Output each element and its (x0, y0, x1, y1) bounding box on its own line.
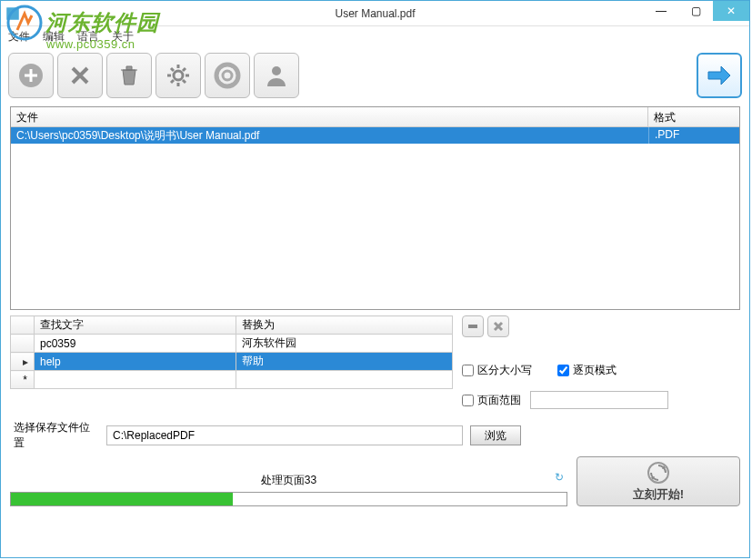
file-list-panel: 文件 格式 C:\Users\pc0359\Desktop\说明书\User M… (10, 106, 740, 310)
row-header-blank (11, 316, 35, 335)
menu-file[interactable]: 文件 (8, 29, 30, 45)
options-panel: 区分大小写 逐页模式 页面范围 (462, 315, 740, 409)
replace-panel: 查找文字 替换为 pc0359 河东软件园 ▸ help 帮助 * (10, 315, 453, 409)
menu-language[interactable]: 语言 (77, 29, 99, 45)
app-window: 河东软件园 www.pc0359.cn User Manual.pdf — ▢ … (0, 0, 750, 558)
user-icon (262, 61, 291, 90)
arrow-right-icon (705, 61, 734, 90)
table-row[interactable]: * (11, 371, 453, 389)
page-range-checkbox[interactable]: 页面范围 (462, 393, 521, 408)
row-marker: * (11, 371, 35, 389)
progress-fill (11, 493, 233, 505)
page-range-input[interactable] (462, 395, 474, 406)
minimize-button[interactable]: — (644, 1, 678, 21)
row-marker (11, 335, 35, 353)
gear-icon (164, 61, 193, 90)
user-button[interactable] (254, 53, 299, 98)
column-format[interactable]: 格式 (648, 107, 739, 126)
progress-bar (10, 492, 567, 506)
remove-row-button[interactable] (462, 315, 484, 337)
column-file[interactable]: 文件 (11, 107, 648, 126)
save-location-row: 选择保存文件位置 浏览 (10, 420, 740, 451)
column-replace[interactable]: 替换为 (236, 316, 453, 335)
replace-cell[interactable]: 帮助 (236, 353, 453, 371)
find-cell[interactable] (35, 371, 236, 389)
refresh-icon (647, 461, 670, 485)
table-row[interactable]: ▸ help 帮助 (11, 353, 453, 371)
clear-rows-button[interactable] (487, 315, 509, 337)
trash-icon (115, 61, 144, 90)
progress-area: 处理页面33 ↻ (10, 456, 567, 506)
page-mode-checkbox[interactable]: 逐页模式 (557, 363, 617, 378)
app-icon (5, 5, 21, 22)
menu-edit[interactable]: 编辑 (43, 29, 65, 45)
svg-point-3 (174, 71, 183, 80)
case-sensitive-label: 区分大小写 (477, 363, 532, 378)
svg-point-6 (272, 66, 281, 75)
replace-cell[interactable] (236, 371, 453, 389)
progress-label: 处理页面33 ↻ (10, 473, 567, 488)
start-arrow-button[interactable] (697, 53, 742, 98)
page-range-label: 页面范围 (477, 393, 521, 408)
column-find[interactable]: 查找文字 (35, 316, 236, 335)
x-small-icon (492, 320, 505, 333)
plus-icon (16, 61, 45, 90)
add-button[interactable] (8, 53, 54, 98)
help-button[interactable] (205, 53, 250, 98)
svg-point-5 (223, 71, 232, 80)
save-path-input[interactable] (106, 425, 463, 445)
window-controls: — ▢ ✕ (644, 1, 749, 21)
find-cell[interactable]: pc0359 (35, 335, 236, 353)
page-range-field[interactable] (530, 391, 668, 409)
toolbar (1, 50, 749, 101)
svg-rect-7 (468, 325, 477, 328)
menubar: 文件 编辑 语言 关于 (1, 26, 749, 46)
file-list-header: 文件 格式 (11, 107, 739, 127)
file-format-cell: .PDF (648, 127, 739, 144)
maximize-button[interactable]: ▢ (678, 1, 713, 21)
page-mode-input[interactable] (557, 365, 569, 376)
svg-rect-1 (6, 7, 19, 20)
case-sensitive-input[interactable] (462, 365, 474, 376)
running-icon: ↻ (555, 471, 564, 484)
delete-button[interactable] (106, 53, 152, 98)
start-button-label: 立刻开始! (633, 486, 684, 503)
remove-button[interactable] (57, 53, 103, 98)
replace-table: 查找文字 替换为 pc0359 河东软件园 ▸ help 帮助 * (10, 315, 453, 389)
window-title: User Manual.pdf (335, 7, 415, 20)
file-list-body[interactable] (11, 144, 739, 309)
case-sensitive-checkbox[interactable]: 区分大小写 (462, 363, 532, 378)
table-row[interactable]: pc0359 河东软件园 (11, 335, 453, 353)
lifebuoy-icon (213, 61, 242, 90)
menu-about[interactable]: 关于 (112, 29, 134, 45)
find-cell[interactable]: help (35, 353, 236, 371)
titlebar: User Manual.pdf — ▢ ✕ (1, 1, 749, 26)
replace-cell[interactable]: 河东软件园 (236, 335, 453, 353)
row-marker: ▸ (11, 353, 35, 371)
page-mode-label: 逐页模式 (573, 363, 617, 378)
x-icon (65, 61, 95, 90)
browse-button[interactable]: 浏览 (470, 425, 521, 445)
minus-icon (466, 320, 479, 333)
close-button[interactable]: ✕ (713, 1, 749, 21)
svg-point-4 (216, 65, 238, 86)
save-location-label: 选择保存文件位置 (10, 420, 99, 451)
file-path-cell: C:\Users\pc0359\Desktop\说明书\User Manual.… (11, 127, 648, 144)
file-row[interactable]: C:\Users\pc0359\Desktop\说明书\User Manual.… (11, 127, 739, 144)
settings-button[interactable] (155, 53, 201, 98)
start-button[interactable]: 立刻开始! (577, 456, 740, 506)
